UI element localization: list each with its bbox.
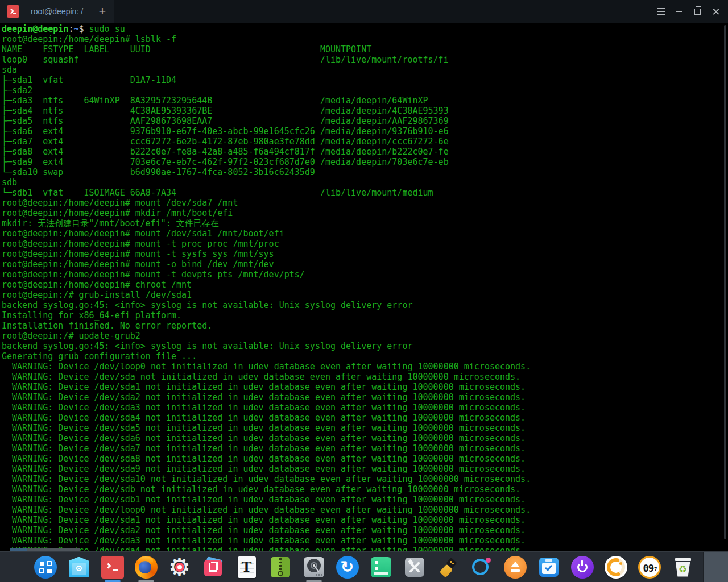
dock-item-screenshot[interactable] <box>196 552 230 582</box>
dock-indicator-running <box>138 580 154 582</box>
terminal-line: root@deepin:/# grub-install /dev/sda1 <box>2 290 728 300</box>
dock-indicator-running <box>306 580 322 582</box>
boot-menu-icon <box>370 556 392 579</box>
terminal-line: ├─sda2 <box>2 85 728 95</box>
terminal-line: WARNING: Device /dev/sda8 not initialize… <box>2 454 728 464</box>
close-button[interactable] <box>706 0 725 23</box>
menu-button[interactable] <box>652 0 670 23</box>
dock-item-archive-manager[interactable] <box>263 552 297 582</box>
terminal-line: WARNING: Device /dev/sda10 not initializ… <box>2 474 728 484</box>
terminal-line: ├─sda9 ext4 703e6c7e-eb7c-462f-97f2-023c… <box>2 157 728 167</box>
dock-item-control-center[interactable]: ⚙ <box>163 552 196 582</box>
dock-item-volume[interactable] <box>599 552 632 582</box>
terminal-line: └─sda10 swap b6d990ae-1767-4fca-8052-3b1… <box>2 167 728 177</box>
dock-item-boot-menu[interactable] <box>364 552 398 582</box>
tab-separator <box>114 0 114 23</box>
restore-icon <box>694 9 701 15</box>
terminal-icon <box>101 556 124 579</box>
close-icon <box>712 8 719 15</box>
terminal-line: root@deepin:/home/deepin# mount -t devpt… <box>2 269 728 280</box>
terminal-line: WARNING: Device /dev/sda not initialized… <box>2 372 728 382</box>
terminal-line: backend_syslog.go:45: <info> syslog is n… <box>2 300 728 310</box>
terminal-line: root@deepin:/home/deepin# mount /dev/sda… <box>2 228 728 239</box>
terminal-line: deepin@deepin:~$ sudo su <box>2 24 728 34</box>
terminal-lines: deepin@deepin:~$ sudo suroot@deepin:/hom… <box>2 24 728 551</box>
repair-tools-icon <box>403 556 426 579</box>
usb-creator-icon <box>437 556 460 579</box>
terminal-line: root@deepin:/home/deepin# mount -t proc … <box>2 239 728 249</box>
dock-item-firefox[interactable] <box>129 552 163 582</box>
terminal-line: WARNING: Device /dev/loop0 not initializ… <box>2 361 728 372</box>
terminal-line: NAME FSTYPE LABEL UUID MOUNTPOINT <box>2 44 728 55</box>
terminal-line: sda <box>2 65 728 75</box>
minimize-icon <box>676 11 682 12</box>
installer-ring-icon <box>470 556 493 579</box>
dock-item-system-update[interactable]: ↻ <box>330 552 364 582</box>
vertical-scrollbar[interactable] <box>724 25 726 539</box>
dock-item-disk-utility[interactable] <box>297 552 330 582</box>
dock-item-text-editor[interactable]: T <box>230 552 263 582</box>
dock-item-terminal[interactable] <box>96 552 129 582</box>
minimize-button[interactable] <box>670 0 688 23</box>
terminal-line: WARNING: Device /dev/loop0 not initializ… <box>2 505 728 515</box>
terminal-line: WARNING: Device /dev/sdb1 not initialize… <box>2 494 728 505</box>
terminal-line: sdb <box>2 177 728 188</box>
terminal-line: WARNING: Device /dev/sda1 not initialize… <box>2 382 728 392</box>
dock-item-eject[interactable] <box>498 552 532 582</box>
system-update-icon: ↻ <box>336 556 359 579</box>
dock-plugin-area[interactable] <box>703 552 728 582</box>
terminal-line: mkdir: 无法创建目录"/mnt/boot/efi": 文件已存在 <box>2 218 728 228</box>
terminal-line: WARNING: Device /dev/sda6 not initialize… <box>2 433 728 443</box>
terminal-line: WARNING: Device /dev/sda7 not initialize… <box>2 443 728 454</box>
screenshot-icon <box>202 556 225 579</box>
titlebar: root@deepin: / + <box>0 0 728 23</box>
terminal-line: Generating grub configuration file ... <box>2 351 728 361</box>
trash-icon: ♻ <box>672 556 694 579</box>
terminal-line: WARNING: Device /dev/sda4 not initialize… <box>2 546 728 551</box>
disk-utility-icon <box>303 556 325 579</box>
dock-indicator-active <box>105 580 121 582</box>
dock-item-usb-creator[interactable] <box>431 552 465 582</box>
dock-item-clipboard[interactable] <box>532 552 565 582</box>
terminal-line: WARNING: Device /dev/sda4 not initialize… <box>2 413 728 423</box>
dock-item-installer-ring[interactable] <box>465 552 498 582</box>
archive-manager-icon <box>269 556 292 579</box>
terminal-line: ├─sda8 ext4 b222c0e7-fe8a-42a8-a485-f6a4… <box>2 147 728 157</box>
terminal-tab[interactable]: root@deepin: / <box>23 0 91 23</box>
terminal-underscore-icon <box>13 13 16 14</box>
tab-title: root@deepin: / <box>31 7 83 16</box>
terminal-line: Installing for x86_64-efi platform. <box>2 310 728 321</box>
hamburger-icon <box>657 11 665 12</box>
terminal-output[interactable]: deepin@deepin:~$ sudo suroot@deepin:/hom… <box>0 23 728 551</box>
terminal-line: WARNING: Device /dev/sda2 not initialize… <box>2 525 728 535</box>
terminal-line: WARNING: Device /dev/sda3 not initialize… <box>2 535 728 546</box>
dock-item-shutdown[interactable] <box>565 552 599 582</box>
trash-glyph: ♻ <box>672 560 694 579</box>
text-editor-icon: T <box>235 556 258 579</box>
terminal-line: ├─sda1 vfat D1A7-11D4 <box>2 75 728 85</box>
terminal-line: WARNING: Device /dev/sdb not initialized… <box>2 484 728 494</box>
maximize-button[interactable] <box>688 0 706 23</box>
terminal-line: backend_syslog.go:45: <info> syslog is n… <box>2 341 728 351</box>
terminal-line: └─sdb1 vfat ISOIMAGE 66A8-7A34 /lib/live… <box>2 188 728 198</box>
new-tab-button[interactable]: + <box>91 0 114 23</box>
clock-icon: 0927 <box>638 556 661 579</box>
terminal-line: WARNING: Device /dev/sda9 not initialize… <box>2 464 728 474</box>
dock-item-launcher[interactable] <box>28 552 62 582</box>
shutdown-icon <box>571 556 594 579</box>
dock-item-trash[interactable]: ♻ <box>666 552 700 582</box>
volume-icon <box>605 556 627 579</box>
terminal-line: WARNING: Device /dev/sda2 not initialize… <box>2 392 728 402</box>
terminal-line: root@deepin:/home/deepin# mkdir /mnt/boo… <box>2 208 728 218</box>
dock-item-clock[interactable]: 0927 <box>632 552 666 582</box>
dock-item-file-manager[interactable] <box>62 552 96 582</box>
terminal-line: root@deepin:/home/deepin# mount -t sysfs… <box>2 249 728 259</box>
dock-item-repair-tools[interactable] <box>398 552 431 582</box>
terminal-line: root@deepin:/# update-grub2 <box>2 331 728 341</box>
text-editor-glyph: T <box>235 556 258 579</box>
terminal-line: WARNING: Device /dev/sda3 not initialize… <box>2 402 728 413</box>
terminal-app-icon <box>7 5 19 18</box>
terminal-line: ├─sda7 ext4 ccc67272-6e2b-4172-87eb-980a… <box>2 136 728 147</box>
clock-minute: 27 <box>651 567 657 572</box>
clipboard-icon <box>537 556 560 579</box>
